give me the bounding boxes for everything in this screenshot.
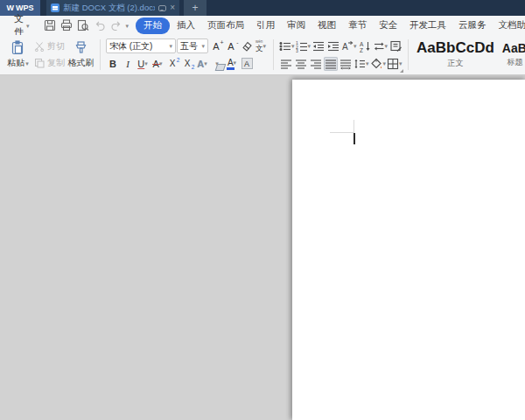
style-label: 标题 1 [507, 57, 525, 68]
wps-writer-window: W WPS 新建 DOCX 文档 (2).docx × + 文件 ▾ [0, 0, 525, 420]
italic-button[interactable]: I [121, 57, 135, 71]
paste-button[interactable]: 粘贴 ▾ [3, 40, 33, 69]
distribute-button[interactable] [339, 57, 353, 71]
print-preview-icon [77, 19, 89, 32]
click-type-guide-horizontal [330, 132, 354, 133]
styles-gallery: AaBbCcDd 正文 AaBb 标题 1 AaBb( 标题 2 AaBbC 标… [411, 37, 525, 73]
justify-icon [325, 58, 337, 70]
style-item[interactable]: AaBbCcDd 正文 [414, 38, 497, 72]
bullets-button[interactable]: ▾ [279, 39, 295, 53]
font-family-value: 宋体 (正文) [109, 40, 152, 52]
ribbon-tabs: 开始 插入 页面布局 引用 审阅 视图 章节 安全 开发工具 云服务 文档助手 [136, 18, 525, 34]
redo-icon [110, 19, 122, 32]
chevron-down-icon: ▾ [262, 43, 266, 49]
ribbon-tab[interactable]: 页面布局 [202, 18, 249, 34]
pinyin-icon: wén 文 [256, 40, 263, 52]
justify-button[interactable] [324, 57, 338, 71]
quick-access-toolbar: ▾ [43, 18, 130, 32]
bold-button[interactable]: B [106, 57, 120, 71]
ribbon-tab[interactable]: 引用 [251, 18, 280, 34]
ribbon-tab[interactable]: 视图 [312, 18, 341, 34]
paste-icon [10, 40, 25, 55]
print-button[interactable] [60, 18, 74, 32]
ribbon-toolbar: 粘贴 ▾ 剪切 复制 格式刷 [0, 35, 525, 75]
paint-bucket-icon [370, 58, 383, 70]
format-painter-icon [74, 40, 88, 55]
ribbon-tab[interactable]: 审阅 [282, 18, 311, 34]
pinyin-guide-button[interactable]: wén 文 ▾ [254, 39, 268, 53]
underline-button[interactable]: U▾ [136, 57, 150, 71]
wps-logo-text: WPS [16, 4, 34, 12]
subscript-button[interactable]: X2 [180, 57, 194, 71]
separator [100, 39, 101, 70]
copy-icon [34, 58, 45, 68]
format-painter-button[interactable]: 格式刷 [66, 40, 96, 69]
bullets-icon [279, 40, 291, 52]
character-shading-button[interactable]: A [240, 57, 254, 71]
svg-text:3: 3 [296, 48, 298, 52]
increase-indent-button[interactable] [326, 39, 340, 53]
style-item[interactable]: AaBb 标题 1 [500, 38, 525, 72]
document-area[interactable] [0, 75, 525, 420]
ribbon-tab[interactable]: 云服务 [453, 18, 492, 34]
align-center-button[interactable] [294, 57, 308, 71]
ribbon-tab[interactable]: 文档助手 [494, 18, 525, 34]
shrink-font-button[interactable]: A- [224, 39, 238, 53]
new-tab-button[interactable]: + [184, 0, 206, 16]
document-page[interactable] [292, 80, 525, 420]
svg-text:A: A [360, 40, 364, 46]
separator [408, 39, 409, 70]
document-tab[interactable]: 新建 DOCX 文档 (2).docx × [46, 0, 179, 16]
save-button[interactable] [43, 18, 57, 32]
ribbon-tab[interactable]: 开始 [136, 18, 170, 34]
clear-formatting-button[interactable] [239, 39, 253, 53]
font-family-select[interactable]: 宋体 (正文) ▾ [106, 38, 176, 53]
font-size-value: 五号 [180, 40, 198, 52]
line-spacing-icon [354, 58, 366, 70]
paste-label: 粘贴 [7, 57, 24, 69]
style-preview: AaBb [502, 42, 525, 54]
sort-button[interactable]: AZ [358, 39, 372, 53]
click-type-guide-vertical [354, 120, 354, 133]
decrease-indent-icon [312, 40, 325, 52]
paragraph-dialog-launcher[interactable] [400, 69, 403, 73]
tab-close-icon[interactable]: × [170, 4, 175, 12]
strikethrough-button[interactable]: A▾ [150, 57, 164, 71]
document-icon [51, 4, 60, 12]
align-right-button[interactable] [309, 57, 323, 71]
align-left-button[interactable] [279, 57, 293, 71]
ribbon-tab[interactable]: 开发工具 [404, 18, 452, 34]
distribute-icon [340, 58, 352, 70]
chevron-down-icon: ▾ [25, 60, 29, 66]
decrease-indent-button[interactable] [312, 39, 326, 53]
show-marks-button[interactable]: ▾ [373, 39, 388, 53]
paragraph-group: ▾ 123 ▾ A ▾ AZ [276, 37, 405, 73]
grow-font-button[interactable]: A+ [209, 39, 223, 53]
redo-button[interactable] [109, 18, 123, 32]
titlebar: W WPS 新建 DOCX 文档 (2).docx × + [0, 0, 525, 16]
qat-customize-icon[interactable]: ▾ [126, 23, 130, 29]
borders-icon [387, 58, 399, 70]
ribbon-tab[interactable]: 章节 [343, 18, 372, 34]
shading-button[interactable]: ▾ [370, 57, 387, 71]
copy-button[interactable]: 复制 [34, 57, 65, 69]
font-size-select[interactable]: 五号 ▾ [177, 38, 208, 53]
document-tab-title: 新建 DOCX 文档 (2).docx [63, 3, 155, 14]
tab-comment-icon[interactable] [158, 5, 166, 11]
align-center-icon [295, 58, 307, 70]
numbering-button[interactable]: 123 ▾ [296, 39, 312, 53]
paragraph-layout-button[interactable] [388, 39, 402, 53]
undo-button[interactable] [93, 18, 107, 32]
print-preview-button[interactable] [76, 18, 90, 32]
cut-button[interactable]: 剪切 [34, 40, 65, 52]
ribbon-tab[interactable]: 安全 [374, 18, 402, 34]
chevron-down-icon: ▾ [26, 23, 30, 29]
text-direction-button[interactable]: A ▾ [341, 39, 357, 53]
text-effects-button[interactable]: A▾ [195, 57, 209, 71]
superscript-button[interactable]: X2 [165, 57, 179, 71]
font-color-bar [227, 67, 234, 70]
line-spacing-button[interactable]: ▾ [354, 57, 369, 71]
ribbon-tab[interactable]: 插入 [172, 18, 200, 34]
font-color-button[interactable]: A ▾ [225, 57, 239, 71]
highlight-color-button[interactable]: ▾ [210, 57, 224, 71]
